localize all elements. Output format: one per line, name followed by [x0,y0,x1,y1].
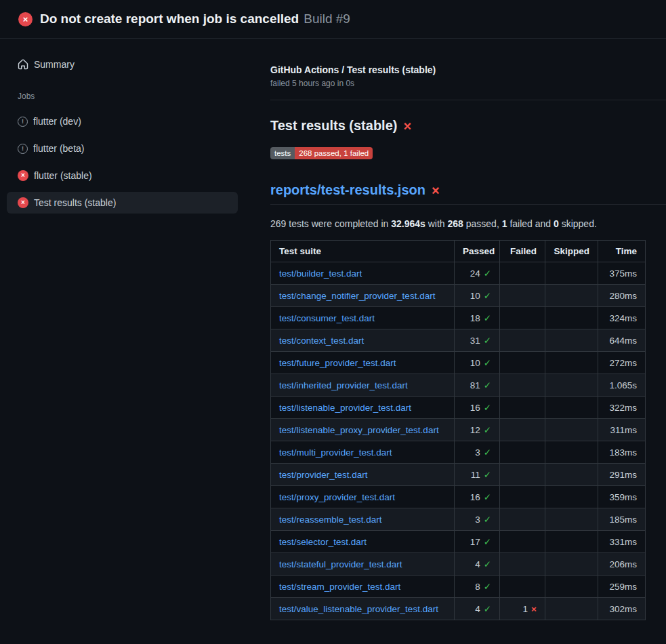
failed-cell [500,508,545,531]
test-suite-link[interactable]: test/stream_provider_test.dart [279,582,400,592]
test-suite-link[interactable]: test/future_provider_test.dart [279,358,396,368]
summary-segment: passed, [463,218,502,229]
passed-cell: 3✓ [455,441,500,464]
skipped-cell [545,598,598,620]
sidebar-item-label: flutter (stable) [34,170,92,181]
skipped-cell [545,441,598,464]
failed-cell [500,397,545,419]
section-title: Test results (stable) × [270,118,666,134]
test-suite-link[interactable]: test/consumer_test.dart [279,313,375,323]
col-header-failed: Failed [500,241,545,262]
main-content: GitHub Actions / Test results (stable) f… [264,39,666,620]
test-suite-cell: test/listenable_proxy_provider_test.dart [271,419,455,441]
count: 3 [475,447,480,458]
check-icon: ✓ [484,447,491,458]
build-failed-icon: × [18,12,33,26]
failed-cell [500,374,545,397]
table-row: test/reassemble_test.dart3✓185ms [271,508,646,531]
test-suite-link[interactable]: test/reassemble_test.dart [279,515,382,525]
passed-cell: 10✓ [455,285,500,307]
check-icon: ✓ [484,537,491,547]
failed-cell [500,441,545,464]
count: 4 [475,559,480,569]
table-row: test/proxy_provider_test.dart16✓359ms [271,486,646,508]
time-cell: 322ms [598,397,646,419]
sidebar-item-test-results-stable[interactable]: × Test results (stable) [7,192,238,214]
failed-cell [500,285,545,307]
sidebar-item-summary[interactable]: Summary [7,54,238,75]
test-suite-link[interactable]: test/listenable_provider_test.dart [279,403,411,413]
skipped-cell [545,419,598,441]
passed-cell: 16✓ [455,397,500,419]
test-suite-cell: test/consumer_test.dart [271,307,455,329]
table-row: test/selector_test.dart17✓331ms [271,531,646,553]
passed-cell: 4✓ [455,553,500,576]
check-icon: ✓ [484,313,491,323]
skipped-cell [545,329,598,352]
table-row: test/listenable_proxy_provider_test.dart… [271,419,646,441]
results-table-head: Test suite Passed Failed Skipped Time [271,241,646,262]
check-icon: ✓ [484,268,491,279]
col-header-skipped: Skipped [545,241,598,262]
sidebar-item-label: flutter (beta) [33,143,84,154]
test-suite-cell: test/inherited_provider_test.dart [271,374,455,397]
table-row: test/future_provider_test.dart10✓272ms [271,352,646,374]
report-link[interactable]: reports/test-results.json [270,182,425,198]
test-suite-link[interactable]: test/proxy_provider_test.dart [279,492,395,502]
passed-cell: 18✓ [455,307,500,329]
test-suite-link[interactable]: test/provider_test.dart [279,470,368,480]
time-cell: 359ms [598,486,646,508]
summary-segment: 0 [554,218,559,229]
failed-cell [500,576,545,598]
sidebar-item-flutter-beta[interactable]: ! flutter (beta) [7,138,238,159]
test-suite-cell: test/change_notifier_provider_test.dart [271,285,455,307]
test-suite-link[interactable]: test/multi_provider_test.dart [279,447,392,458]
home-icon [18,59,28,70]
badge-value: 268 passed, 1 failed [295,147,373,159]
col-header-time: Time [598,241,646,262]
test-suite-link[interactable]: test/inherited_provider_test.dart [279,380,408,390]
count: 24 [470,268,480,279]
test-suite-link[interactable]: test/listenable_proxy_provider_test.dart [279,425,439,435]
passed-cell: 12✓ [455,419,500,441]
test-suite-link[interactable]: test/context_test.dart [279,336,364,346]
run-status-text: failed 5 hours ago in 0s [270,79,666,88]
failed-cell [500,307,545,329]
jobs-section-label: Jobs [7,92,238,101]
failed-cell [500,419,545,441]
failed-cell [500,262,545,285]
passed-cell: 16✓ [455,486,500,508]
passed-cell: 3✓ [455,508,500,531]
summary-segment: skipped. [559,218,597,229]
check-icon: ✓ [484,559,491,569]
skipped-cell [545,553,598,576]
failed-cell: 1× [500,598,545,620]
sidebar-item-flutter-dev[interactable]: ! flutter (dev) [7,110,238,132]
time-cell: 272ms [598,352,646,374]
test-suite-link[interactable]: test/selector_test.dart [279,537,367,547]
table-row: test/stateful_provider_test.dart4✓206ms [271,553,646,576]
results-table-body: test/builder_test.dart24✓375mstest/chang… [271,262,646,620]
test-suite-link[interactable]: test/value_listenable_provider_test.dart [279,604,438,614]
failed-cell [500,352,545,374]
count: 8 [475,582,480,592]
table-row: test/change_notifier_provider_test.dart1… [271,285,646,307]
skipped-cell [545,508,598,531]
failed-x-icon: × [432,184,440,197]
col-header-test-suite: Test suite [271,241,455,262]
test-suite-link[interactable]: test/builder_test.dart [279,268,362,279]
skipped-cell [545,464,598,486]
test-suite-link[interactable]: test/change_notifier_provider_test.dart [279,291,435,301]
skipped-cell [545,374,598,397]
time-cell: 311ms [598,419,646,441]
test-suite-cell: test/stream_provider_test.dart [271,576,455,598]
col-header-passed: Passed [455,241,500,262]
count: 11 [471,470,480,480]
summary-segment: with [425,218,448,229]
passed-cell: 8✓ [455,576,500,598]
cancelled-status-icon: ! [18,144,28,154]
skipped-cell [545,307,598,329]
sidebar-item-flutter-stable[interactable]: × flutter (stable) [7,165,238,186]
sidebar-item-label: Summary [34,59,75,70]
test-suite-link[interactable]: test/stateful_provider_test.dart [279,559,402,569]
